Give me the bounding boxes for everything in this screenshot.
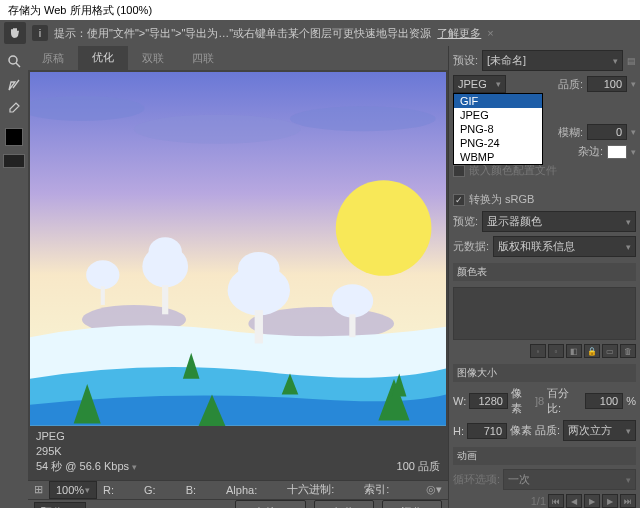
save-button[interactable]: 存储…	[235, 500, 306, 508]
anim-next: ▶	[602, 494, 618, 508]
px-label-1: 像素	[511, 386, 532, 416]
status-size: 295K	[36, 444, 137, 459]
tab-two-up[interactable]: 双联	[128, 47, 178, 70]
percent-input[interactable]: 100	[585, 393, 624, 409]
svg-point-0	[9, 56, 17, 64]
anim-title: 动画	[453, 447, 636, 465]
hint-close-icon[interactable]: ×	[487, 27, 493, 39]
ct-btn-1[interactable]: ◦	[530, 344, 546, 358]
ct-btn-3[interactable]: ◧	[566, 344, 582, 358]
left-toolbar	[0, 46, 28, 508]
hint-bar: i 提示：使用"文件">"导出">"导出为…"或右键单击某个图层可更快速地导出资…	[0, 20, 640, 46]
svg-rect-18	[101, 286, 105, 305]
svg-point-10	[149, 237, 182, 266]
px-label-2: 像素	[510, 423, 532, 438]
hint-text: 提示：使用"文件">"导出">"导出为…"或右键单击某个图层可更快速地导出资源	[54, 26, 431, 41]
metadata-label: 元数据:	[453, 239, 489, 254]
svg-point-4	[134, 115, 300, 144]
link-icon[interactable]: ]⁠8	[535, 395, 544, 407]
ct-btn-6[interactable]: 🗑	[620, 344, 636, 358]
hex-label: 十六进制:	[287, 482, 334, 497]
format-option-wbmp[interactable]: WBMP	[454, 150, 542, 164]
tab-optimized[interactable]: 优化	[78, 46, 128, 70]
anim-first: ⏮	[548, 494, 564, 508]
preset-menu-icon[interactable]: ▤	[627, 56, 636, 66]
imagesize-title: 图像大小	[453, 364, 636, 382]
reset-button[interactable]: 复位	[314, 500, 374, 508]
learn-more-link[interactable]: 了解更多	[437, 26, 481, 41]
format-option-gif[interactable]: GIF	[454, 94, 542, 108]
time-menu-icon[interactable]: ▾	[132, 462, 137, 472]
format-option-jpeg[interactable]: JPEG	[454, 108, 542, 122]
height-input[interactable]: 710	[467, 423, 507, 439]
embed-profile-checkbox[interactable]	[453, 165, 465, 177]
svg-point-17	[86, 260, 119, 289]
status-quality: 100 品质	[397, 459, 440, 474]
matte-label: 杂边:	[578, 144, 603, 159]
status-time: 54 秒 @ 56.6 Kbps	[36, 460, 129, 472]
tab-four-up[interactable]: 四联	[178, 47, 228, 70]
zoom-select[interactable]: 100%▾	[49, 481, 97, 499]
svg-point-6	[336, 180, 432, 276]
format-select[interactable]: JPEG▾	[453, 75, 506, 93]
quality2-label: 品质:	[535, 423, 560, 438]
svg-point-15	[332, 284, 374, 317]
preview-menu[interactable]: 预览…▾	[34, 502, 86, 508]
svg-rect-11	[162, 285, 168, 314]
anim-play: ▶	[584, 494, 600, 508]
preview-label: 预览:	[453, 214, 478, 229]
w-label: W:	[453, 395, 466, 407]
colortable-title: 颜色表	[453, 263, 636, 281]
browser-preview-icon[interactable]: ◎▾	[426, 483, 442, 496]
svg-rect-16	[349, 314, 355, 337]
grid-icon[interactable]: ⊞	[34, 483, 43, 496]
g-label: G:	[144, 484, 156, 496]
blur-input[interactable]: 0	[587, 124, 627, 140]
right-panel: 预设: [未命名]▾ ▤ JPEG▾ GIF JPEG PNG-8 PNG-24…	[448, 46, 640, 508]
ct-btn-5[interactable]: ▭	[602, 344, 618, 358]
svg-point-5	[290, 106, 436, 131]
preset-label: 预设:	[453, 53, 478, 68]
hand-tool-icon[interactable]	[4, 22, 26, 44]
blur-label: 模糊:	[558, 125, 583, 140]
frame-indicator: 1/1	[531, 495, 546, 507]
svg-line-1	[16, 63, 20, 67]
quality-input[interactable]: 100	[587, 76, 627, 92]
alpha-label: Alpha:	[226, 484, 257, 496]
ct-btn-4[interactable]: 🔒	[584, 344, 600, 358]
info-icon: i	[32, 25, 48, 41]
b-label: B:	[186, 484, 196, 496]
tab-original[interactable]: 原稿	[28, 47, 78, 70]
remember-button[interactable]: 记住	[382, 500, 442, 508]
ct-btn-2[interactable]: ▫	[548, 344, 564, 358]
format-dropdown-list: GIF JPEG PNG-8 PNG-24 WBMP	[453, 93, 543, 165]
width-input[interactable]: 1280	[469, 393, 508, 409]
slice-tool-icon[interactable]	[3, 74, 25, 96]
eyedropper-tool-icon[interactable]	[3, 98, 25, 120]
quality-label: 品质:	[558, 77, 583, 92]
color-table	[453, 287, 636, 340]
foreground-swatch[interactable]	[5, 128, 23, 146]
svg-point-13	[238, 252, 280, 285]
format-option-png8[interactable]: PNG-8	[454, 122, 542, 136]
convert-srgb-checkbox[interactable]: ✓	[453, 194, 465, 206]
convert-srgb-label: 转换为 sRGB	[469, 192, 534, 207]
preview-color-select[interactable]: 显示器颜色▾	[482, 211, 636, 232]
embed-profile-label: 嵌入颜色配置文件	[469, 163, 557, 178]
preview-canvas[interactable]	[30, 72, 446, 426]
format-option-png24[interactable]: PNG-24	[454, 136, 542, 150]
loop-select: 一次▾	[503, 469, 636, 490]
preview-tabs: 原稿 优化 双联 四联	[28, 46, 448, 70]
preset-select[interactable]: [未命名]▾	[482, 50, 623, 71]
metadata-select[interactable]: 版权和联系信息▾	[493, 236, 636, 257]
index-label: 索引:	[364, 482, 389, 497]
loop-label: 循环选项:	[453, 472, 500, 487]
zoom-tool-icon[interactable]	[3, 50, 25, 72]
h-label: H:	[453, 425, 464, 437]
matte-swatch[interactable]	[607, 145, 627, 159]
resample-select[interactable]: 两次立方▾	[563, 420, 636, 441]
toggle-swatch[interactable]	[3, 154, 25, 168]
anim-last: ⏭	[620, 494, 636, 508]
r-label: R:	[103, 484, 114, 496]
svg-rect-14	[255, 310, 263, 343]
